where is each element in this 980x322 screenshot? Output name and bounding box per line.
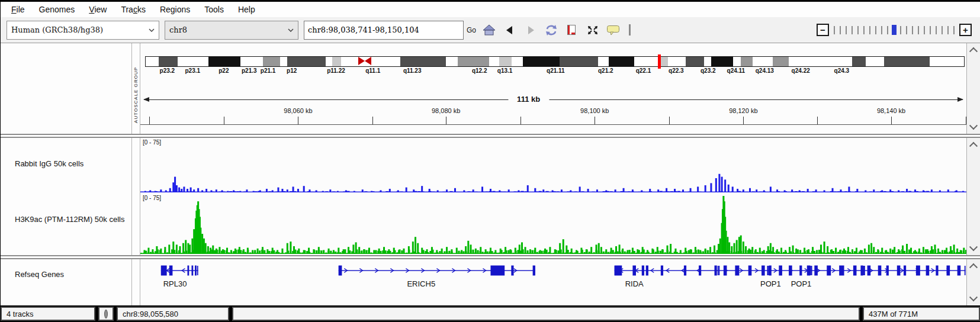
track-row-h3k9ac[interactable]: [0 - 75] <box>140 194 966 255</box>
panel-splitter[interactable] <box>1 255 980 259</box>
tooltip-comment-icon[interactable] <box>606 23 621 37</box>
locus-input[interactable] <box>304 21 464 40</box>
zoom-out-button[interactable]: − <box>817 24 829 36</box>
scroll-up-icon[interactable] <box>969 261 978 271</box>
zoom-slider[interactable] <box>831 25 957 35</box>
menu-item-help[interactable]: Help <box>231 4 262 15</box>
track-data-area: [0 - 75] [0 - 75] <box>140 138 966 255</box>
region-of-interest-icon[interactable] <box>564 23 580 37</box>
cytoband-label: q13.1 <box>497 67 513 74</box>
cytoband <box>332 57 341 66</box>
cytoband <box>686 57 703 66</box>
zoom-slider-tick <box>912 26 913 34</box>
track-name-h3k9ac[interactable]: H3K9ac (PTM-112RM) 50k cells <box>15 215 124 224</box>
forward-icon[interactable] <box>523 23 538 37</box>
menu-item-genomes[interactable]: Genomes <box>32 4 82 15</box>
zoom-slider-tick <box>887 26 888 34</box>
cytoband <box>560 57 598 66</box>
scrollbar-panel3[interactable] <box>966 259 980 305</box>
menu-item-view[interactable]: View <box>82 4 114 15</box>
track-row-rabbit-igg[interactable]: [0 - 75] <box>140 138 966 194</box>
zoom-in-button[interactable]: + <box>959 24 972 36</box>
toolbar-separator <box>629 24 631 36</box>
cytoband <box>741 57 753 66</box>
panel-splitter[interactable] <box>1 134 980 138</box>
zoom-slider-tick <box>942 26 943 34</box>
menu-item-tools[interactable]: Tools <box>197 4 231 15</box>
gene-label-rpl30: RPL30 <box>163 279 187 288</box>
zoom-slider-tick <box>930 26 931 34</box>
cytoband <box>733 57 740 66</box>
gene-panel: Refseq Genes RPL30ERICH5RIDAPOP1POP1 <box>1 259 980 305</box>
chromosome-select[interactable]: chr8 <box>165 21 298 40</box>
scroll-down-icon[interactable] <box>969 244 978 253</box>
gene-label-rida: RIDA <box>625 279 644 288</box>
scrollbar-panel1[interactable] <box>966 43 980 134</box>
ruler-tick <box>298 117 298 124</box>
cytoband-label: q11.1 <box>365 67 380 74</box>
genome-select[interactable]: Human (GRCh38/hg38) <box>7 21 159 40</box>
cytoband <box>378 57 400 66</box>
cytoband <box>178 57 209 66</box>
cytoband <box>634 57 660 66</box>
menu-item-tracks[interactable]: Tracks <box>114 4 152 15</box>
cytoband <box>852 57 866 66</box>
scroll-down-icon[interactable] <box>969 294 978 304</box>
track-name-column: Rabbit IgG 50k cells H3K9ac (PTM-112RM) … <box>1 138 132 255</box>
cytoband-label: p21.3 <box>242 67 257 74</box>
locus-panel: AUTOSCALE GROUP p23.2p23.1p22p21.3p21.1p… <box>1 43 980 134</box>
scroll-up-icon[interactable] <box>969 45 978 54</box>
cytoband <box>884 57 930 66</box>
attribute-column <box>132 138 140 255</box>
cytoband-labels: p23.2p23.1p22p21.3p21.1p12p11.22q11.1q11… <box>145 67 965 75</box>
igv-window: FileGenomesViewTracksRegionsToolsHelp Hu… <box>0 0 980 322</box>
ruler-tick-label: 98,120 kb <box>729 107 757 114</box>
cytoband <box>668 57 686 66</box>
cytoband <box>512 57 523 66</box>
chromosome-ideogram[interactable] <box>145 56 965 67</box>
cytoband <box>489 57 499 66</box>
scrollbar-panel2[interactable] <box>966 138 980 255</box>
ruler-tick-label: 98,080 kb <box>432 107 460 114</box>
toolbar: Human (GRCh38/hg38) chr8 Go <box>1 17 980 43</box>
cytoband <box>240 57 262 66</box>
ruler-span-label: 111 kb <box>508 95 549 104</box>
ruler-left-arrowhead <box>143 97 149 102</box>
cytoband <box>280 57 287 66</box>
ruler-tick-label: 98,140 kb <box>877 107 905 114</box>
cytoband-label: q11.23 <box>403 67 422 74</box>
menu-item-regions[interactable]: Regions <box>153 4 197 15</box>
refresh-icon[interactable] <box>544 23 559 37</box>
autoscale-group-label: AUTOSCALE GROUP <box>133 67 139 123</box>
gene-label-pop1: POP1 <box>791 279 812 288</box>
track-name-rabbit-igg[interactable]: Rabbit IgG 50k cells <box>15 159 83 168</box>
track-name-refseq-genes[interactable]: Refseq Genes <box>15 270 64 279</box>
centromere-left-triangle <box>358 57 365 65</box>
cytoband <box>609 57 634 66</box>
menu-item-file[interactable]: File <box>4 4 32 15</box>
go-button[interactable]: Go <box>467 26 476 34</box>
fit-to-window-icon[interactable] <box>585 23 600 37</box>
zoom-slider-thumb[interactable] <box>892 25 897 35</box>
cytoband <box>400 57 446 66</box>
zoom-slider-tick <box>857 26 859 34</box>
status-bar: 4 tracks chr8:98,055,580 437M of 771M <box>1 305 980 322</box>
gene-label-erich5: ERICH5 <box>407 279 435 288</box>
cursor-position-box: chr8:98,055,580 <box>117 307 229 321</box>
cytoband <box>287 57 326 66</box>
cytoband <box>753 57 772 66</box>
zoom-slider-tick <box>918 26 919 34</box>
scroll-up-icon[interactable] <box>969 140 978 149</box>
ruler-tick <box>446 117 446 124</box>
cytoband-label: p22 <box>219 67 229 74</box>
attribute-column: AUTOSCALE GROUP <box>132 43 140 134</box>
back-icon[interactable] <box>502 23 518 37</box>
cytoband <box>146 57 159 66</box>
zoom-slider-tick <box>900 26 901 34</box>
home-icon[interactable] <box>481 23 497 37</box>
scroll-down-icon[interactable] <box>969 123 978 132</box>
zoom-slider-tick <box>906 26 907 34</box>
gene-label-pop1: POP1 <box>760 279 781 288</box>
cytoband-label: p23.1 <box>185 67 200 74</box>
ruler-span-line <box>144 99 963 100</box>
